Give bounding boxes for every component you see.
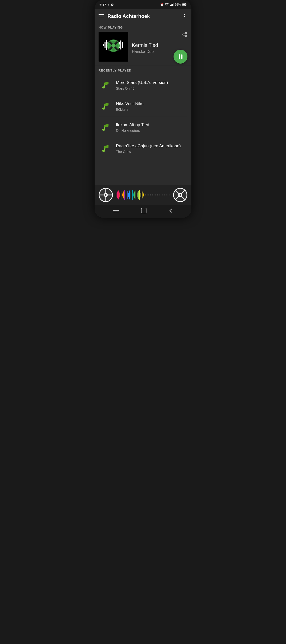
share-button[interactable]	[182, 32, 188, 38]
svg-rect-48	[136, 190, 136, 200]
list-item[interactable]: Ragin'like aCajun (nen Amerikaan) The Cr…	[98, 138, 188, 159]
svg-rect-53	[142, 192, 142, 198]
vinyl-right-icon	[173, 188, 188, 202]
music-note-icon	[98, 142, 112, 156]
svg-rect-69	[169, 194, 170, 196]
app-title: Radio Achterhoek	[108, 14, 178, 19]
svg-rect-80	[115, 212, 115, 212]
svg-rect-36	[121, 191, 122, 199]
svg-rect-46	[133, 194, 134, 196]
track-artist: De Heikneuters	[116, 129, 188, 132]
now-playing-section: NOW PLAYING	[94, 23, 192, 65]
svg-rect-43	[129, 190, 130, 200]
svg-line-26	[184, 33, 186, 34]
svg-point-24	[186, 36, 187, 37]
home-nav-button[interactable]	[141, 208, 146, 215]
svg-point-31	[105, 194, 106, 196]
svg-rect-8	[103, 44, 104, 46]
track-info: Niks Veur Niks Bökkers	[116, 101, 188, 112]
alarm-icon	[160, 3, 164, 6]
track-info: Ragin'like aCajun (nen Amerikaan) The Cr…	[116, 143, 188, 154]
svg-rect-0	[170, 5, 171, 6]
svg-rect-57	[148, 194, 149, 196]
svg-rect-66	[164, 194, 165, 196]
hamburger-menu-button[interactable]	[98, 14, 104, 18]
recently-played-section: RECENTLY PLAYED More Stars (U.S.A. Versi…	[94, 65, 192, 185]
svg-rect-51	[139, 190, 140, 200]
svg-rect-33	[117, 192, 118, 198]
svg-rect-64	[161, 194, 161, 196]
svg-rect-9	[104, 42, 106, 48]
svg-rect-75	[113, 208, 119, 209]
svg-rect-68	[168, 194, 168, 196]
more-options-button[interactable]: ⋮	[182, 14, 188, 19]
music-note-icon	[98, 78, 112, 92]
track-artist: Stars On 45	[116, 86, 188, 90]
music-status-icon	[108, 3, 109, 7]
svg-rect-65	[162, 194, 163, 196]
svg-rect-55	[145, 194, 146, 196]
track-title: Ik kom Alt op Tied	[116, 122, 188, 128]
music-note-icon	[98, 99, 112, 113]
svg-rect-38	[123, 192, 124, 198]
list-item[interactable]: Ik kom Alt op Tied De Heikneuters	[98, 117, 188, 138]
svg-rect-5	[186, 4, 186, 5]
svg-rect-81	[141, 208, 146, 213]
back-nav-button[interactable]	[169, 208, 173, 215]
list-item[interactable]: More Stars (U.S.A. Version) Stars On 45	[98, 75, 188, 96]
svg-rect-34	[118, 190, 119, 200]
svg-rect-63	[159, 194, 160, 196]
svg-rect-61	[156, 194, 156, 196]
svg-point-74	[180, 194, 181, 196]
svg-rect-35	[120, 192, 120, 198]
pause-button[interactable]	[174, 50, 188, 64]
track-list: More Stars (U.S.A. Version) Stars On 45 …	[98, 75, 188, 159]
app-menu-nav-button[interactable]	[113, 208, 119, 214]
waveform-display	[116, 189, 170, 201]
svg-point-23	[183, 34, 184, 35]
svg-rect-76	[113, 210, 119, 211]
svg-rect-14	[120, 40, 122, 50]
svg-rect-10	[106, 40, 107, 50]
svg-rect-59	[152, 194, 153, 196]
svg-point-22	[186, 32, 187, 34]
svg-rect-3	[173, 3, 174, 6]
svg-rect-44	[130, 192, 131, 198]
status-left: 6:17	[100, 3, 114, 7]
list-item[interactable]: Niks Veur Niks Bökkers	[98, 96, 188, 117]
svg-rect-40	[126, 192, 126, 198]
svg-rect-2	[172, 4, 173, 6]
track-info: Ik kom Alt op Tied De Heikneuters	[116, 122, 188, 132]
track-artist: Bökkers	[116, 108, 188, 112]
svg-point-20	[112, 44, 116, 48]
wifi-icon	[165, 3, 169, 6]
now-playing-title: Kermis Tied	[132, 42, 188, 48]
svg-rect-52	[140, 193, 141, 197]
svg-rect-62	[157, 194, 158, 196]
svg-rect-15	[122, 42, 123, 48]
svg-rect-1	[171, 4, 172, 6]
track-title: Niks Veur Niks	[116, 101, 188, 106]
pause-icon	[179, 54, 182, 59]
bottom-player	[94, 185, 192, 205]
svg-rect-78	[115, 208, 115, 209]
svg-rect-41	[127, 191, 128, 199]
battery-icon	[182, 3, 186, 7]
svg-rect-49	[137, 192, 138, 198]
battery-display: 76%	[175, 3, 181, 6]
phone-screen: 6:17 76%	[94, 0, 192, 218]
now-playing-card: Kermis Tied Hanska Duo	[98, 32, 188, 62]
toolbar: Radio Achterhoek ⋮	[94, 9, 192, 23]
svg-rect-39	[124, 190, 125, 200]
svg-rect-50	[138, 191, 139, 199]
svg-rect-67	[166, 194, 166, 196]
svg-rect-77	[113, 212, 119, 212]
svg-rect-6	[182, 4, 185, 5]
svg-rect-42	[128, 193, 129, 197]
svg-rect-58	[150, 194, 151, 196]
svg-rect-32	[116, 193, 116, 197]
signal-icon	[170, 3, 174, 7]
music-note-icon	[98, 120, 112, 134]
vinyl-left-icon	[98, 188, 113, 202]
status-bar: 6:17 76%	[94, 0, 192, 9]
